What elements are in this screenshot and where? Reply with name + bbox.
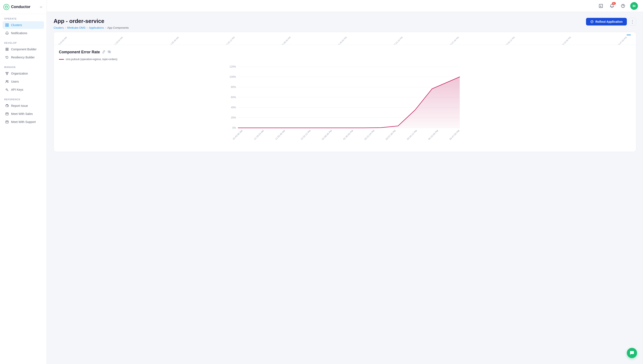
- sidebar-item-clusters[interactable]: Clusters: [3, 21, 44, 29]
- sidebar-item-resiliency-builder-label: Resiliency Builder: [11, 56, 35, 59]
- svg-rect-7: [6, 50, 7, 50]
- section-label-develop: DEVELOP: [3, 42, 44, 44]
- top-time-8: 03:34:12 PM: [505, 36, 515, 45]
- help-icon-button[interactable]: [619, 2, 627, 10]
- section-label-reference: REFERENCE: [3, 98, 44, 101]
- conductor-logo-icon: [4, 4, 9, 10]
- svg-rect-10: [7, 74, 8, 75]
- svg-text:40%: 40%: [231, 106, 236, 109]
- org-icon: [5, 72, 9, 76]
- svg-text:01:08:36 PM: 01:08:36 PM: [321, 129, 333, 140]
- svg-text:04:47:00 PM: 04:47:00 PM: [449, 129, 460, 140]
- page-header-left: App - order-service Clusters › Minikube-…: [54, 18, 129, 29]
- topbar: 5+ BI: [47, 0, 643, 12]
- hide-icon[interactable]: [108, 50, 111, 54]
- charts-container: 10:43:00 AM 11:19:24 AM 11:55:48 AM 12:3…: [54, 32, 636, 152]
- sidebar-item-meet-with-sales-label: Meet With Sales: [11, 112, 33, 116]
- error-rate-svg: 120% 100% 80% 60% 40% 20% 0%: [59, 63, 631, 148]
- breadcrumb-sep-2: ›: [87, 26, 88, 29]
- sidebar-item-notifications[interactable]: Notifications: [3, 29, 44, 37]
- sidebar-section-develop: DEVELOP Component Builder Resiliency Bui…: [0, 38, 47, 62]
- svg-text:02:21:24 PM: 02:21:24 PM: [364, 129, 375, 140]
- user-avatar[interactable]: BI: [630, 2, 638, 10]
- sidebar-section-manage: MANAGE Organization U: [0, 62, 47, 95]
- reports-icon-button[interactable]: [597, 2, 605, 10]
- page-area: App - order-service Clusters › Minikube-…: [47, 12, 643, 364]
- more-options-button[interactable]: ⋮: [628, 18, 636, 26]
- chat-bubble-button[interactable]: [627, 348, 637, 358]
- grid-icon: [5, 23, 9, 27]
- svg-text:03:34:12 PM: 03:34:12 PM: [406, 129, 417, 140]
- svg-text:01:45:00 PM: 01:45:00 PM: [343, 129, 354, 140]
- chart-top-time-axis: 10:43:00 AM 11:19:24 AM 11:55:48 AM 12:3…: [59, 36, 631, 45]
- rollout-application-button[interactable]: Rollout Application: [586, 18, 627, 26]
- svg-point-0: [5, 6, 8, 8]
- sidebar-item-users[interactable]: Users: [3, 78, 44, 85]
- breadcrumb-clusters[interactable]: Clusters: [54, 26, 64, 29]
- sidebar-section-reference: REFERENCE Report Issue Meet With Sales: [0, 95, 47, 127]
- sidebar-item-users-label: Users: [11, 80, 19, 83]
- github-icon: [5, 104, 9, 108]
- chart-legend: oms.pubsub {operation=egress, topic=orde…: [59, 58, 631, 61]
- rollout-icon: [590, 20, 594, 23]
- sidebar-item-meet-with-sales[interactable]: Meet With Sales: [3, 110, 44, 118]
- svg-rect-6: [7, 48, 8, 49]
- page-header: App - order-service Clusters › Minikube-…: [54, 18, 636, 29]
- svg-point-19: [623, 6, 623, 7]
- svg-text:120%: 120%: [230, 65, 236, 68]
- sidebar-item-clusters-label: Clusters: [11, 23, 22, 27]
- breadcrumb-sep-1: ›: [65, 26, 66, 29]
- top-time-9: 04:10:36 PM: [561, 36, 571, 45]
- breadcrumb-applications[interactable]: Applications: [89, 26, 104, 29]
- sidebar-item-component-builder-label: Component Builder: [11, 48, 37, 51]
- svg-rect-15: [6, 113, 8, 115]
- top-time-2: 11:55:48 AM: [169, 36, 179, 45]
- rollout-button-label: Rollout Application: [595, 20, 622, 23]
- link-icon[interactable]: [102, 50, 105, 54]
- breadcrumb-sep-3: ›: [105, 26, 106, 29]
- legend-line-indicator: [59, 59, 64, 60]
- sidebar-item-meet-with-support-label: Meet With Support: [11, 120, 36, 124]
- logo-text: Conductor: [11, 5, 30, 9]
- sidebar-item-report-issue-label: Report Issue: [11, 104, 28, 108]
- bell-icon: [5, 31, 9, 35]
- svg-text:04:10:36 PM: 04:10:36 PM: [427, 129, 439, 140]
- svg-rect-11: [8, 72, 8, 73]
- top-time-4: 01:08:36 PM: [281, 36, 291, 45]
- svg-text:100%: 100%: [230, 76, 236, 78]
- sidebar-item-meet-with-support[interactable]: Meet With Support: [3, 118, 44, 126]
- error-rate-chart-section: Component Error Rate: [54, 45, 636, 152]
- collapse-sidebar-button[interactable]: ‹‹: [39, 4, 43, 10]
- svg-text:12:32:12 PM: 12:32:12 PM: [300, 129, 311, 140]
- svg-rect-8: [7, 50, 8, 50]
- notification-badge: 5+: [612, 2, 616, 5]
- sidebar-item-component-builder[interactable]: Component Builder: [3, 46, 44, 53]
- chart-title: Component Error Rate: [59, 50, 100, 54]
- sidebar: Conductor ‹‹ OPERATE Clusters: [0, 0, 47, 364]
- chart-title-row: Component Error Rate: [59, 50, 631, 54]
- breadcrumb: Clusters › Minikube-OMS › Applications ›…: [54, 26, 129, 29]
- svg-rect-1: [6, 24, 7, 25]
- breadcrumb-minikube[interactable]: Minikube-OMS: [67, 26, 86, 29]
- svg-rect-4: [7, 25, 9, 26]
- svg-rect-5: [6, 48, 7, 49]
- sidebar-item-organization[interactable]: Organization: [3, 70, 44, 77]
- svg-rect-16: [6, 121, 8, 123]
- sidebar-item-report-issue[interactable]: Report Issue: [3, 102, 44, 110]
- sidebar-item-resiliency-builder[interactable]: Resiliency Builder: [3, 54, 44, 61]
- notification-icon-button[interactable]: 5+: [608, 2, 616, 10]
- svg-text:11:55:48 AM: 11:55:48 AM: [275, 129, 286, 140]
- refresh-icon: [5, 56, 9, 59]
- svg-point-13: [8, 80, 8, 81]
- puzzle-icon: [5, 47, 9, 51]
- svg-point-12: [6, 80, 7, 82]
- svg-text:20%: 20%: [231, 116, 236, 119]
- top-time-7: 02:57:48 PM: [449, 36, 459, 45]
- section-label-manage: MANAGE: [3, 66, 44, 68]
- svg-rect-2: [7, 24, 9, 25]
- svg-text:60%: 60%: [231, 96, 236, 99]
- error-rate-chart: 120% 100% 80% 60% 40% 20% 0%: [59, 63, 631, 149]
- sidebar-item-api-keys[interactable]: API Keys: [3, 86, 44, 94]
- logo-inner: Conductor: [4, 4, 30, 10]
- top-time-1: 11:19:24 AM: [113, 36, 123, 45]
